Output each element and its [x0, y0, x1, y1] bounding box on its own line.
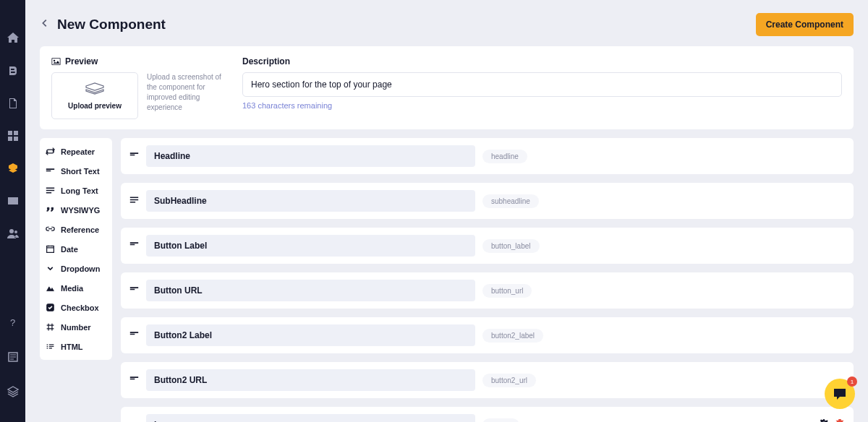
field-type-repeater[interactable]: Repeater — [40, 142, 112, 161]
drag-handle-icon[interactable] — [129, 239, 139, 252]
back-button[interactable] — [40, 18, 50, 31]
field-type-dropdown[interactable]: Dropdown — [40, 259, 112, 278]
nav-docs-icon[interactable] — [7, 351, 19, 366]
svg-point-0 — [9, 229, 14, 233]
preview-label: Preview — [51, 56, 232, 66]
field-key-badge: button_url — [482, 284, 532, 298]
nav-home-icon[interactable] — [7, 33, 19, 47]
chat-badge: 1 — [847, 376, 857, 387]
drag-handle-icon[interactable] — [129, 329, 139, 342]
drag-handle-icon[interactable] — [129, 418, 139, 422]
field-row[interactable]: Button2 Labelbutton2_label — [121, 317, 854, 353]
description-label: Description — [242, 56, 842, 66]
field-row[interactable]: ImageimageRequired?Media — [121, 407, 854, 422]
field-row[interactable]: Button Labelbutton_label — [121, 228, 854, 264]
drag-handle-icon[interactable] — [129, 194, 139, 207]
field-name-input[interactable]: Image — [146, 414, 475, 422]
field-type-number[interactable]: Number — [40, 317, 112, 337]
field-name-input[interactable]: SubHeadline — [146, 190, 475, 212]
nav-components-icon[interactable] — [7, 163, 19, 177]
field-key-badge: button_label — [482, 239, 540, 253]
field-name-input[interactable]: Button Label — [146, 235, 475, 257]
char-count: 163 characters remaining — [242, 101, 842, 110]
page-title: New Component — [57, 17, 166, 33]
field-type-date[interactable]: Date — [40, 239, 112, 259]
svg-point-3 — [54, 59, 55, 61]
svg-point-1 — [14, 231, 17, 233]
chat-widget[interactable]: 1 — [825, 379, 855, 409]
field-type-wysiwyg[interactable]: WYSIWYG — [40, 200, 112, 220]
field-key-badge: button2_label — [482, 329, 543, 343]
field-type-html[interactable]: HTML — [40, 337, 112, 356]
nav-media-icon[interactable] — [7, 195, 19, 210]
field-type-short-text[interactable]: Short Text — [40, 161, 112, 181]
field-name-input[interactable]: Button URL — [146, 280, 475, 301]
field-row[interactable]: Button URLbutton_url — [121, 272, 854, 309]
field-type-reference[interactable]: Reference — [40, 220, 112, 239]
upload-preview-box[interactable]: Upload preview — [51, 72, 138, 119]
field-name-input[interactable]: Headline — [146, 145, 475, 167]
drag-handle-icon[interactable] — [129, 150, 139, 163]
field-type-media[interactable]: Media — [40, 278, 112, 298]
field-key-badge: subheadline — [482, 194, 539, 208]
field-row[interactable]: SubHeadlinesubheadline — [121, 183, 854, 219]
field-key-badge: headline — [482, 150, 527, 163]
drag-handle-icon[interactable] — [129, 374, 139, 387]
nav-users-icon[interactable] — [7, 228, 19, 242]
field-types-panel: RepeaterShort TextLong TextWYSIWYGRefere… — [40, 138, 112, 360]
drag-handle-icon[interactable] — [129, 284, 139, 297]
field-row[interactable]: Headlineheadline — [121, 138, 854, 174]
nav-blog-icon[interactable] — [7, 65, 19, 79]
nav-grid-icon[interactable] — [7, 130, 19, 145]
settings-icon[interactable] — [819, 418, 829, 422]
svg-rect-4 — [47, 246, 54, 252]
field-row[interactable]: Button2 URLbutton2_url — [121, 362, 854, 398]
field-name-input[interactable]: Button2 URL — [146, 369, 475, 391]
description-input[interactable] — [242, 72, 842, 97]
delete-icon[interactable] — [835, 418, 845, 422]
field-type-checkbox[interactable]: Checkbox — [40, 298, 112, 317]
nav-stack-icon[interactable] — [7, 386, 19, 400]
field-key-badge: image — [482, 418, 519, 423]
field-type-long-text[interactable]: Long Text — [40, 181, 112, 200]
field-name-input[interactable]: Button2 Label — [146, 324, 475, 346]
main-sidebar: ? — [0, 0, 25, 422]
nav-help-icon[interactable]: ? — [7, 316, 19, 331]
upload-hint: Upload a screenshot of the component for… — [147, 72, 232, 113]
field-key-badge: button2_url — [482, 374, 536, 387]
nav-pages-icon[interactable] — [7, 98, 19, 112]
svg-text:?: ? — [10, 317, 15, 328]
create-component-button[interactable]: Create Component — [756, 13, 854, 36]
